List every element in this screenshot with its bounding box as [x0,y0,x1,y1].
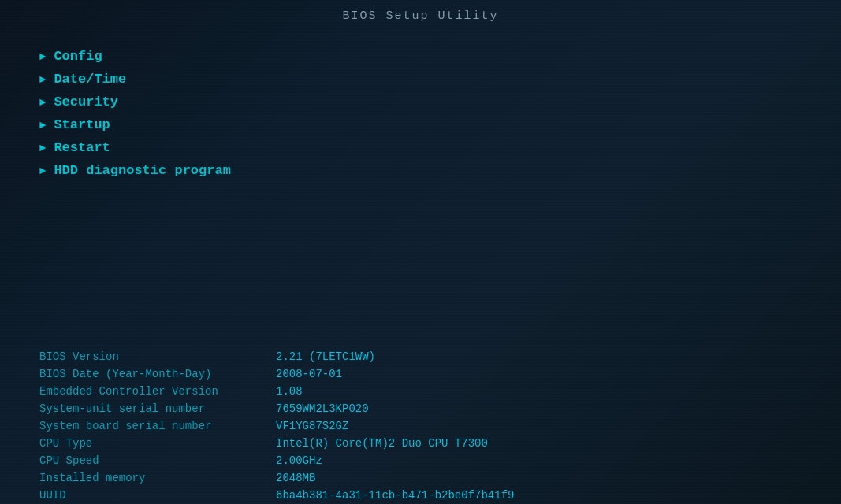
info-value-1: 2008-07-01 [276,368,802,380]
menu-item-security[interactable]: ►Security [39,91,339,113]
bios-title: BIOS Setup Utility [0,0,841,29]
info-value-4: VF1YG87S2GZ [276,420,802,432]
menu-label-startup: Startup [54,117,110,132]
info-row: CPU Speed2.00GHz [39,452,802,469]
menu-label-hdd: HDD diagnostic program [54,163,230,178]
info-value-6: 2.00GHz [276,454,802,467]
info-value-7: 2048MB [276,472,802,484]
menu-item-config[interactable]: ►Config [39,45,339,68]
menu-label-restart: Restart [54,140,110,155]
arrow-icon-security: ► [39,96,46,109]
info-row: System-unit serial number7659WM2L3KP020 [39,400,802,417]
info-label-0: BIOS Version [39,350,276,363]
info-label-4: System board serial number [39,420,276,432]
info-label-5: CPU Type [39,437,276,450]
info-value-3: 7659WM2L3KP020 [276,402,802,415]
info-label-8: UUID [39,489,276,502]
main-content: ►Config►Date/Time►Security►Startup►Resta… [0,29,841,348]
info-value-0: 2.21 (7LETC1WW) [276,350,802,363]
arrow-icon-restart: ► [39,142,46,154]
info-row: Installed memory2048MB [39,469,802,487]
info-row: UUID6ba4b381-4a31-11cb-b471-b2be0f7b41f9 [39,487,802,504]
menu-label-config: Config [54,49,102,64]
info-row: BIOS Version2.21 (7LETC1WW) [39,348,802,365]
arrow-icon-datetime: ► [39,73,46,86]
info-container: BIOS Version2.21 (7LETC1WW)BIOS Date (Ye… [0,348,841,504]
info-label-6: CPU Speed [39,454,276,467]
info-value-2: 1.08 [276,385,802,398]
info-row: BIOS Date (Year-Month-Day)2008-07-01 [39,365,802,383]
left-panel: ►Config►Date/Time►Security►Startup►Resta… [0,37,363,340]
menu-label-security: Security [54,94,118,109]
info-label-1: BIOS Date (Year-Month-Day) [39,368,276,380]
menu-label-datetime: Date/Time [54,72,126,87]
info-row: System board serial numberVF1YG87S2GZ [39,417,802,435]
info-label-7: Installed memory [39,472,276,484]
bios-screen: BIOS Setup Utility ►Config►Date/Time►Sec… [0,0,841,504]
arrow-icon-hdd: ► [39,165,46,177]
info-label-3: System-unit serial number [39,402,276,415]
arrow-icon-startup: ► [39,119,46,132]
info-value-8: 6ba4b381-4a31-11cb-b471-b2be0f7b41f9 [276,489,802,502]
info-label-2: Embedded Controller Version [39,385,276,398]
arrow-icon-config: ► [39,50,46,63]
info-row: Embedded Controller Version1.08 [39,383,802,400]
menu-item-restart[interactable]: ►Restart [39,136,339,159]
menu-item-datetime[interactable]: ►Date/Time [39,68,339,91]
info-row: CPU TypeIntel(R) Core(TM)2 Duo CPU T7300 [39,435,802,452]
menu-item-hdd[interactable]: ►HDD diagnostic program [39,159,339,182]
menu-item-startup[interactable]: ►Startup [39,113,339,136]
info-value-5: Intel(R) Core(TM)2 Duo CPU T7300 [276,437,802,450]
